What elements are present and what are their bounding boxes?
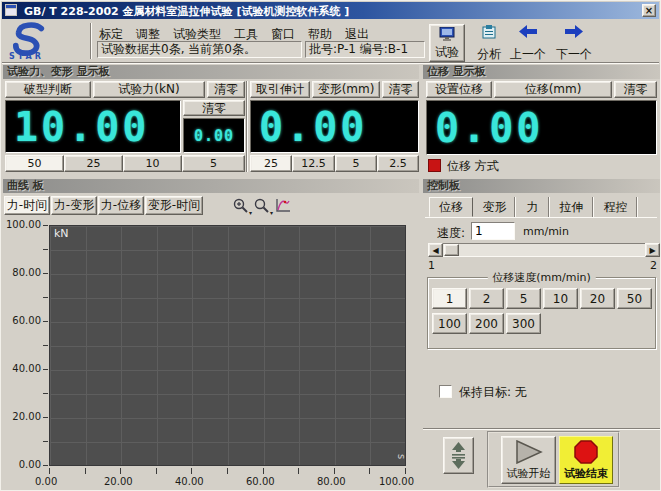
deform-channel-button[interactable]: 变形(mm) <box>312 81 380 98</box>
force-sub-clear-button[interactable]: 清零 <box>183 100 245 116</box>
extensometer-button[interactable]: 取引伸计 <box>250 81 310 98</box>
slider-max-label: 2 <box>650 259 657 272</box>
y-tick-label: 80.00 <box>3 267 41 278</box>
scrollbar-left-arrow[interactable]: ◀ <box>428 243 443 257</box>
x-tick-label: 20.00 <box>104 476 133 487</box>
up-down-arrows-icon <box>450 442 467 469</box>
zoom-in-icon[interactable]: ▾ <box>233 198 251 214</box>
test-mode-button[interactable]: 试验 <box>429 24 465 62</box>
tab-deform-time[interactable]: 变形-时间 <box>145 196 203 215</box>
scrollbar-right-arrow[interactable]: ▶ <box>645 243 660 257</box>
stop-test-label: 试验结束 <box>564 466 608 481</box>
x-tick-label: 60.00 <box>246 476 275 487</box>
status-records: 试验数据共0条, 当前第0条。 <box>97 41 302 58</box>
speed-10-button[interactable]: 10 <box>543 288 578 309</box>
previous-label: 上一个 <box>510 47 546 61</box>
displacement-clear-button[interactable]: 清零 <box>614 81 657 98</box>
star-logo-text: STAR <box>9 52 44 61</box>
next-label: 下一个 <box>556 47 592 61</box>
title-bar: GB/ T 228-2002 金属材料室温拉伸试验 [试验机测控软件系统 ] × <box>2 2 659 19</box>
hold-target-checkbox[interactable] <box>439 385 452 398</box>
speed-200-button[interactable]: 200 <box>469 313 504 334</box>
speed-2-button[interactable]: 2 <box>469 288 504 309</box>
speed-20-button[interactable]: 20 <box>580 288 615 309</box>
control-panel: 控制板 位移 变形 力 拉伸 程控 速度: mm/min ◀ ▶ 1 2 位移速… <box>423 179 660 490</box>
speed-preset-group: 位移速度(mm/min) 1 2 5 10 20 50 100 200 300 <box>427 277 656 349</box>
start-test-button[interactable]: 试验开始 <box>501 436 556 484</box>
y-tick-label: 20.00 <box>3 411 41 422</box>
monitor-icon <box>439 27 455 41</box>
app-window: GB/ T 228-2002 金属材料室温拉伸试验 [试验机测控软件系统 ] ×… <box>0 0 661 491</box>
force-deform-panel: 试验力、变形 显示板 破型判断 试验力(kN) 清零 10.00 清零 0.00… <box>3 65 419 177</box>
slider-min-label: 1 <box>428 259 435 272</box>
y-axis-unit: kN <box>54 227 69 240</box>
force-channel-button[interactable]: 试验力(kN) <box>93 81 205 98</box>
star-logo-icon <box>10 22 48 56</box>
y-tick-label: 60.00 <box>3 315 41 326</box>
control-tab-deform[interactable]: 变形 <box>475 197 515 217</box>
start-stop-container: 试验开始 试验结束 <box>487 431 620 488</box>
start-test-label: 试验开始 <box>507 466 551 481</box>
next-button[interactable]: 下一个 <box>551 25 597 61</box>
play-triangle-icon <box>515 440 543 464</box>
app-icon <box>5 4 17 16</box>
force-value-display: 10.00 <box>5 100 181 153</box>
force-range-25-button[interactable]: 25 <box>64 155 123 172</box>
jog-up-down-button[interactable] <box>443 437 474 474</box>
force-range-10-button[interactable]: 10 <box>123 155 182 172</box>
deform-range-2-5-button[interactable]: 2.5 <box>377 155 419 172</box>
speed-unit-label: mm/min <box>523 225 569 238</box>
stop-octagon-icon <box>574 440 598 464</box>
control-panel-title: 控制板 <box>423 179 660 193</box>
control-tab-displacement[interactable]: 位移 <box>429 197 473 217</box>
force-range-5-button[interactable]: 5 <box>182 155 245 172</box>
analyze-mode-label: 分析 <box>477 47 501 61</box>
speed-50-button[interactable]: 50 <box>617 288 652 309</box>
analyze-mode-button[interactable]: 分析 <box>470 25 508 61</box>
arrow-right-icon <box>565 25 583 38</box>
deform-clear-button[interactable]: 清零 <box>382 81 419 98</box>
displacement-channel-button[interactable]: 位移(mm) <box>494 81 612 98</box>
toolbar-separator <box>2 62 659 64</box>
x-tick-label: 100.00 <box>379 476 414 487</box>
x-axis-unit: s <box>396 454 407 459</box>
previous-button[interactable]: 上一个 <box>507 25 549 61</box>
control-tab-force[interactable]: 力 <box>517 197 549 217</box>
deform-range-25-button[interactable]: 25 <box>250 155 292 172</box>
break-detect-button[interactable]: 破型判断 <box>5 81 91 98</box>
deform-range-5-button[interactable]: 5 <box>335 155 377 172</box>
zoom-out-icon[interactable]: ▾ <box>254 198 272 214</box>
deform-range-12-5-button[interactable]: 12.5 <box>292 155 335 172</box>
force-range-50-button[interactable]: 50 <box>5 155 64 172</box>
scrollbar-thumb[interactable] <box>444 244 459 256</box>
speed-1-button[interactable]: 1 <box>432 288 467 309</box>
displacement-panel-title: 位移 显示板 <box>423 65 660 79</box>
control-tab-program[interactable]: 程控 <box>595 197 637 217</box>
speed-100-button[interactable]: 100 <box>432 313 467 334</box>
force-clear-button[interactable]: 清零 <box>207 81 245 98</box>
tab-force-time[interactable]: 力-时间 <box>4 196 50 215</box>
displacement-panel: 位移 显示板 设置位移 位移(mm) 清零 0.00 位移 方式 <box>423 65 660 177</box>
arrow-left-icon <box>519 25 537 38</box>
set-displacement-button[interactable]: 设置位移 <box>426 81 492 98</box>
tab-baseline <box>425 217 657 218</box>
section-divider <box>246 81 248 172</box>
x-tick-label: 40.00 <box>175 476 204 487</box>
speed-input[interactable] <box>471 222 515 240</box>
displacement-value-display: 0.00 <box>426 100 657 155</box>
curve-panel-title: 曲线 板 <box>3 179 419 193</box>
close-button[interactable]: × <box>642 4 656 17</box>
speed-300-button[interactable]: 300 <box>506 313 541 334</box>
status-batch-number: 批号:P-1 编号:B-1 <box>305 41 425 58</box>
tab-force-displacement[interactable]: 力-位移 <box>98 196 144 215</box>
stop-test-button[interactable]: 试验结束 <box>559 436 613 484</box>
curve-tool-icon[interactable] <box>275 198 293 214</box>
y-tick-label: 0.00 <box>3 459 41 470</box>
plot-area: kN s <box>49 225 406 466</box>
speed-5-button[interactable]: 5 <box>506 288 541 309</box>
control-separator <box>423 428 660 430</box>
tab-force-deform[interactable]: 力-变形 <box>51 196 97 215</box>
control-tab-tensile[interactable]: 拉伸 <box>551 197 593 217</box>
y-axis-ticks <box>43 225 48 466</box>
window-title: GB/ T 228-2002 金属材料室温拉伸试验 [试验机测控软件系统 ] <box>24 4 349 19</box>
